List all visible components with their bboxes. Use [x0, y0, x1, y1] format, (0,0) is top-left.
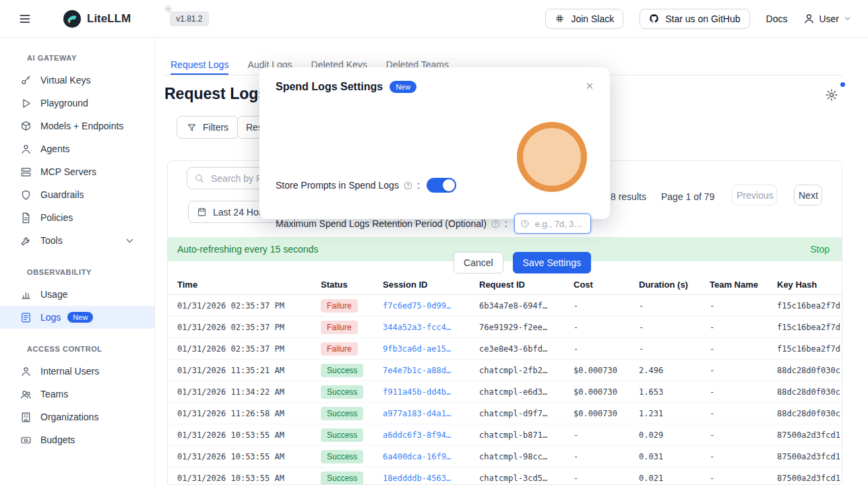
cell-cost: -: [574, 430, 578, 440]
sidebar-item-budgets[interactable]: Budgets: [0, 428, 154, 451]
cell-team-name: -: [710, 452, 714, 461]
user-menu[interactable]: User: [803, 13, 852, 24]
close-icon[interactable]: ✕: [583, 79, 596, 93]
cell-time: 01/31/2026 11:26:58 AM: [177, 409, 284, 418]
table-row[interactable]: 01/31/2026 10:53:55 AMSuccessa6ddc6f3-8f…: [168, 424, 842, 446]
sidebar-item-playground[interactable]: Playground: [0, 92, 154, 115]
session-id-link[interactable]: f911a45b-dd4b…: [383, 387, 451, 397]
column-header-cost: Cost: [574, 275, 593, 295]
sidebar-item-label: Playground: [40, 98, 88, 108]
column-header-team-name: Team Name: [710, 275, 758, 295]
column-header-time: Time: [177, 275, 197, 295]
save-settings-button[interactable]: Save Settings: [513, 252, 591, 273]
help-icon[interactable]: [403, 181, 413, 191]
clock-icon: [520, 219, 530, 228]
cell-duration: -: [639, 323, 644, 332]
slack-icon: [555, 13, 565, 24]
sidebar-item-organizations[interactable]: Organizations: [0, 406, 154, 428]
document-icon: [20, 212, 32, 224]
join-slack-button[interactable]: Join Slack: [545, 9, 623, 29]
sidebar-section-observability: OBSERVABILITYUsageLogsNew: [0, 268, 154, 329]
tab-request-logs[interactable]: Request Logs: [170, 55, 228, 75]
cell-key-hash: 88dc28d0f030c: [777, 366, 840, 375]
session-id-link[interactable]: a977a183-d4a1…: [383, 409, 451, 418]
cell-duration: 0.021: [639, 474, 663, 483]
star-github-label: Star us on GitHub: [665, 13, 740, 24]
bar-chart-icon: [20, 289, 32, 300]
sidebar-item-virtual-keys[interactable]: Virtual Keys: [0, 69, 154, 92]
user-label: User: [819, 13, 839, 24]
table-row[interactable]: 01/31/2026 11:34:22 AMSuccessf911a45b-dd…: [168, 381, 842, 403]
session-id-link[interactable]: f7c6ed75-0d99…: [383, 301, 451, 311]
table-body: 01/31/2026 02:35:37 PMFailuref7c6ed75-0d…: [168, 295, 842, 484]
colon: :: [417, 180, 420, 191]
previous-button[interactable]: Previous: [732, 185, 777, 205]
store-prompts-toggle[interactable]: [427, 178, 456, 193]
session-id-link[interactable]: 9fb3ca6d-ae15…: [383, 344, 451, 354]
logs-icon: [20, 312, 32, 323]
modal-head: Spend Logs Settings New: [276, 81, 416, 93]
table-row[interactable]: 01/31/2026 02:35:37 PMFailure9fb3ca6d-ae…: [168, 338, 842, 360]
sidebar-item-agents[interactable]: Agents: [0, 137, 154, 160]
sidebar-item-policies[interactable]: Policies: [0, 206, 154, 229]
header-actions: Join Slack Star us on GitHub Docs User: [545, 9, 852, 29]
sidebar-item-models-endpoints[interactable]: Models + Endpoints: [0, 115, 154, 137]
sidebar-item-tools[interactable]: Tools: [0, 229, 154, 252]
status-badge: Failure: [321, 299, 358, 313]
person-icon: [20, 366, 32, 377]
session-id-link[interactable]: 6a400dca-16f9…: [383, 452, 451, 461]
colon: :: [505, 218, 507, 229]
sidebar-item-mcp-servers[interactable]: MCP Servers: [0, 160, 154, 183]
table-row[interactable]: 01/31/2026 02:35:37 PMFailuref7c6ed75-0d…: [168, 295, 842, 317]
sidebar-item-guardrails[interactable]: Guardrails: [0, 183, 154, 206]
sidebar-item-usage[interactable]: Usage: [0, 283, 154, 306]
modal-title: Spend Logs Settings: [276, 81, 383, 93]
people-icon: [20, 389, 32, 400]
sidebar-item-label: Logs: [40, 312, 61, 323]
next-button[interactable]: Next: [794, 185, 822, 205]
star-github-button[interactable]: Star us on GitHub: [640, 9, 749, 29]
sidebar-item-label: Virtual Keys: [40, 75, 90, 86]
table-row[interactable]: 01/31/2026 11:26:58 AMSuccessa977a183-d4…: [168, 403, 842, 424]
session-id-link[interactable]: 18eddddb-4563…: [383, 474, 451, 483]
cell-key-hash: 87500a2d3fcd1: [777, 474, 840, 483]
column-header-request-id: Request ID: [479, 275, 525, 295]
server-icon: [20, 166, 32, 178]
stop-link[interactable]: Stop: [810, 244, 830, 255]
session-id-link[interactable]: 7e4e7b1c-a88d…: [383, 366, 451, 375]
settings-gear-button[interactable]: [825, 88, 838, 102]
cell-team-name: -: [710, 387, 714, 397]
status-badge: Success: [321, 364, 363, 377]
table-row[interactable]: 01/31/2026 10:53:55 AMSuccess6a400dca-16…: [168, 446, 842, 467]
retention-input[interactable]: [534, 218, 585, 230]
sidebar-item-internal-users[interactable]: Internal Users: [0, 360, 154, 383]
brand[interactable]: LiteLLM: [63, 9, 131, 28]
cell-duration: 1.653: [639, 387, 663, 397]
table-row[interactable]: 01/31/2026 11:35:21 AMSuccess7e4e7b1c-a8…: [168, 360, 842, 381]
menu-icon[interactable]: [18, 12, 32, 26]
cell-team-name: -: [710, 366, 714, 375]
filter-funnel-icon: [187, 123, 197, 133]
table-row[interactable]: 01/31/2026 02:35:37 PMFailure344a52a3-fc…: [168, 317, 842, 338]
session-id-link[interactable]: a6ddc6f3-8f94…: [383, 430, 451, 440]
session-id-link[interactable]: 344a52a3-fcc4…: [383, 323, 451, 332]
github-icon: [649, 13, 659, 24]
cell-duration: -: [639, 301, 644, 311]
table-row[interactable]: 01/31/2026 10:53:55 AMSuccess18eddddb-45…: [168, 467, 842, 484]
sidebar-item-label: Agents: [40, 143, 70, 154]
status-badge: Success: [321, 385, 363, 399]
filters-button[interactable]: Filters: [177, 116, 239, 139]
sidebar-item-teams[interactable]: Teams: [0, 383, 154, 406]
cell-duration: 1.231: [639, 409, 663, 418]
cell-key-hash: f15c16bea2f7d: [777, 344, 840, 354]
sidebar: AI GATEWAYVirtual KeysPlaygroundModels +…: [0, 38, 155, 485]
cube-icon: [20, 121, 32, 132]
cell-duration: 2.496: [639, 366, 663, 375]
sidebar-item-logs[interactable]: LogsNew: [0, 306, 154, 329]
auto-refresh-text: Auto-refreshing every 15 seconds: [177, 244, 318, 255]
docs-link[interactable]: Docs: [766, 13, 788, 24]
cell-key-hash: f15c16bea2f7d: [777, 301, 840, 311]
cancel-button[interactable]: Cancel: [454, 252, 503, 273]
help-icon[interactable]: [491, 219, 501, 229]
wrench-icon: [20, 235, 32, 247]
